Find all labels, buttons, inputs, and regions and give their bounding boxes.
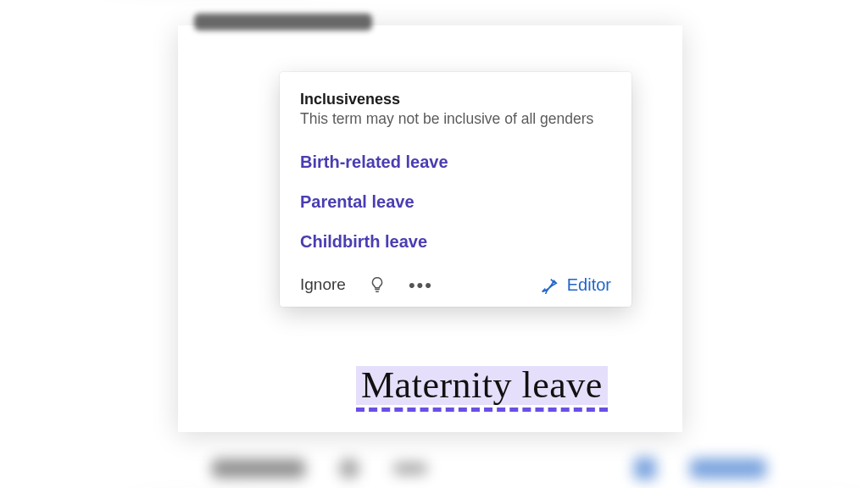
suggestion-option[interactable]: Birth-related leave [300,142,611,182]
lightbulb-icon[interactable] [368,275,387,294]
suggestion-option[interactable]: Parental leave [300,182,611,222]
feather-pen-icon [540,275,559,294]
document-heading-placeholder [194,14,372,30]
suggestion-option[interactable]: Childbirth leave [300,222,611,262]
popover-footer: Ignore ••• [300,270,611,295]
editor-suggestion-popover: Inclusiveness This term may not be inclu… [280,72,632,307]
flagged-term-text: Maternity leave [361,364,603,406]
ignore-button[interactable]: Ignore [300,275,346,294]
more-options-icon[interactable]: ••• [409,280,433,290]
document-page: Maternity leave Inclusiveness This term … [178,25,682,432]
popover-title: Inclusiveness [300,91,611,108]
blurred-footer-ghost [212,449,766,488]
popover-description: This term may not be inclusive of all ge… [300,110,611,129]
flagged-term-highlight[interactable]: Maternity leave [356,366,608,405]
inclusiveness-underline [356,408,608,412]
open-editor-button[interactable]: Editor [540,275,611,295]
stage: Maternity leave Inclusiveness This term … [0,0,868,488]
editor-link-label: Editor [567,275,611,295]
